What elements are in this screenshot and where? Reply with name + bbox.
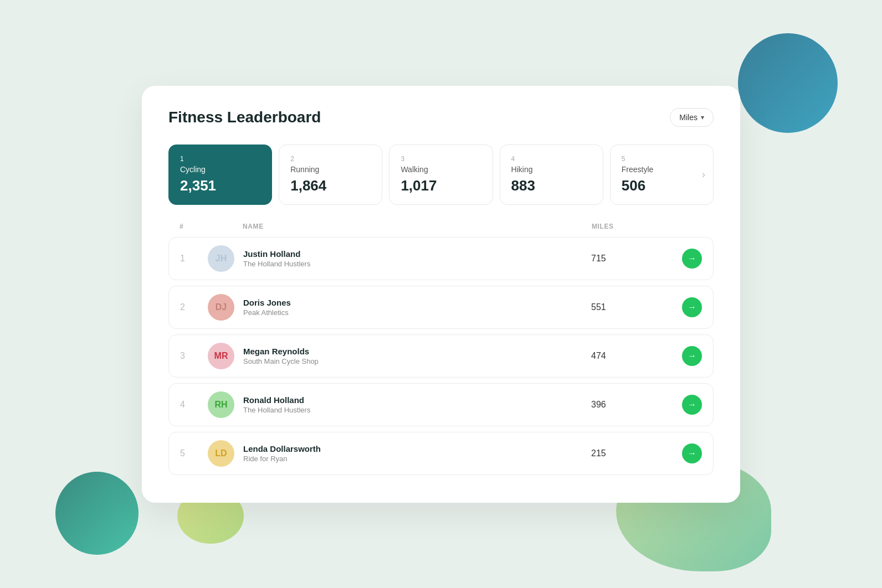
table-header: # NAME MILES [168, 223, 714, 230]
tab-value: 506 [622, 177, 702, 194]
tab-value: 1,017 [401, 177, 481, 194]
avatar: JH [208, 245, 234, 272]
miles-dropdown[interactable]: Miles ▾ [670, 108, 714, 127]
row-info: Justin Holland The Holland Hustlers [243, 249, 591, 268]
col-miles-header: MILES [592, 223, 680, 230]
avatar: DJ [208, 294, 234, 321]
tab-number: 1 [180, 155, 260, 163]
go-button[interactable]: → [682, 249, 702, 269]
row-name: Doris Jones [243, 298, 591, 307]
activity-tab-walking[interactable]: 3 Walking 1,017 [389, 145, 493, 205]
row-team: South Main Cycle Shop [243, 357, 591, 365]
avatar: RH [208, 391, 234, 418]
tab-name: Cycling [180, 165, 260, 174]
leaderboard-card: Fitness Leaderboard Miles ▾ 1 Cycling 2,… [142, 86, 740, 503]
page-title: Fitness Leaderboard [168, 109, 321, 126]
row-info: Doris Jones Peak Athletics [243, 298, 591, 317]
col-name-header: NAME [243, 223, 592, 230]
row-rank: 3 [180, 351, 208, 361]
bg-blob-teal [55, 472, 139, 555]
row-miles: 551 [591, 302, 680, 312]
col-rank-header: # [180, 223, 207, 230]
tab-value: 2,351 [180, 177, 260, 194]
row-action: → [680, 249, 702, 269]
tab-value: 1,864 [290, 177, 371, 194]
row-miles: 396 [591, 400, 680, 410]
row-rank: 4 [180, 400, 208, 410]
activity-tabs: 1 Cycling 2,351 2 Running 1,864 3 Walkin… [168, 145, 714, 205]
tab-name: Running [290, 165, 371, 174]
row-name: Ronald Holland [243, 395, 591, 405]
row-team: The Holland Hustlers [243, 260, 591, 268]
go-button[interactable]: → [682, 346, 702, 366]
tab-number: 4 [511, 155, 592, 163]
row-info: Lenda Dollarsworth Ride for Ryan [243, 444, 591, 463]
row-action: → [680, 346, 702, 366]
chevron-down-icon: ▾ [701, 114, 704, 121]
row-rank: 5 [180, 448, 208, 458]
bg-blob-blue [738, 33, 838, 133]
avatar: MR [208, 343, 234, 369]
row-team: Peak Athletics [243, 308, 591, 317]
table-row[interactable]: 4 RH Ronald Holland The Holland Hustlers… [168, 383, 714, 426]
tab-name: Hiking [511, 165, 592, 174]
tab-name: Walking [401, 165, 481, 174]
go-button[interactable]: → [682, 395, 702, 415]
table-row[interactable]: 5 LD Lenda Dollarsworth Ride for Ryan 21… [168, 432, 714, 475]
table-row[interactable]: 1 JH Justin Holland The Holland Hustlers… [168, 237, 714, 280]
tab-number: 3 [401, 155, 481, 163]
dropdown-label: Miles [679, 113, 698, 122]
tab-number: 2 [290, 155, 371, 163]
go-button[interactable]: → [682, 443, 702, 463]
go-button[interactable]: → [682, 297, 702, 317]
row-info: Ronald Holland The Holland Hustlers [243, 395, 591, 414]
row-name: Lenda Dollarsworth [243, 444, 591, 453]
tab-number: 5 [622, 155, 702, 163]
row-team: Ride for Ryan [243, 455, 591, 463]
row-action: → [680, 297, 702, 317]
avatar: LD [208, 440, 234, 467]
header: Fitness Leaderboard Miles ▾ [168, 108, 714, 127]
table-row[interactable]: 3 MR Megan Reynolds South Main Cycle Sho… [168, 334, 714, 378]
tab-name: Freestyle [622, 165, 702, 174]
row-action: → [680, 443, 702, 463]
leaderboard-rows: 1 JH Justin Holland The Holland Hustlers… [168, 237, 714, 475]
tab-next-arrow[interactable]: › [702, 169, 705, 180]
row-miles: 474 [591, 351, 680, 361]
row-info: Megan Reynolds South Main Cycle Shop [243, 347, 591, 365]
row-rank: 1 [180, 254, 208, 264]
tab-value: 883 [511, 177, 592, 194]
row-name: Justin Holland [243, 249, 591, 259]
row-action: → [680, 395, 702, 415]
activity-tab-hiking[interactable]: 4 Hiking 883 [500, 145, 603, 205]
table-row[interactable]: 2 DJ Doris Jones Peak Athletics 551 → [168, 286, 714, 329]
activity-tab-running[interactable]: 2 Running 1,864 [279, 145, 382, 205]
row-miles: 715 [591, 254, 680, 264]
row-miles: 215 [591, 448, 680, 458]
activity-tab-cycling[interactable]: 1 Cycling 2,351 [168, 145, 272, 205]
row-rank: 2 [180, 302, 208, 312]
row-team: The Holland Hustlers [243, 406, 591, 414]
row-name: Megan Reynolds [243, 347, 591, 356]
activity-tab-freestyle[interactable]: 5 Freestyle 506 › [610, 145, 714, 205]
